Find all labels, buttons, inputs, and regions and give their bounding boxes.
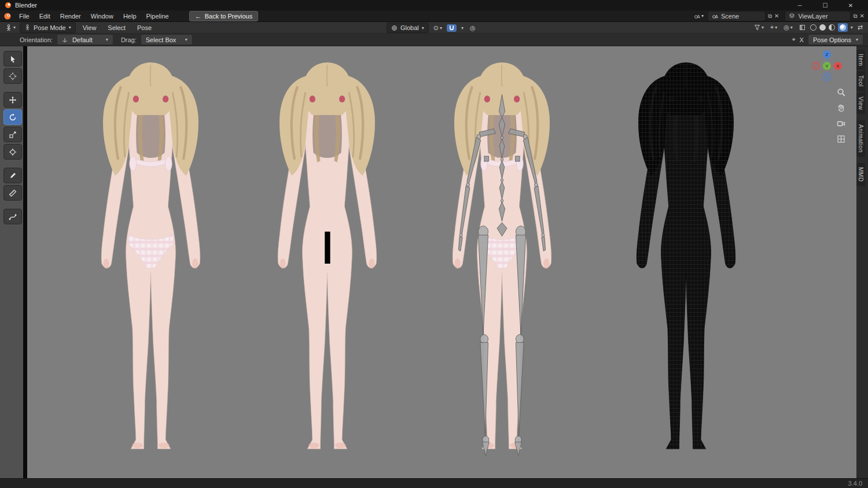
scale-icon (9, 131, 17, 139)
transform-orientation-selector[interactable]: Global ▾ (387, 23, 429, 33)
gizmos-dropdown[interactable]: ⌖ ▾ (768, 23, 779, 32)
menu-edit[interactable]: Edit (35, 12, 55, 21)
tool-tweak-select[interactable] (3, 51, 22, 66)
sidebar-tabs: Item Tool View Animation MMD (856, 50, 868, 186)
editor-type-selector[interactable]: ▾ (3, 24, 17, 32)
shading-wireframe-button[interactable] (810, 24, 816, 31)
viewport-display-controls: ▾ ⌖ ▾ ◎ ▾ ▾ ⇄ (752, 23, 865, 32)
close-button[interactable]: ✕ (838, 2, 863, 9)
viewlayer-selector[interactable]: ViewLayer (785, 11, 851, 21)
keymap-x-label: X (800, 36, 804, 43)
overlays-icon: ◎ (784, 24, 789, 31)
chevron-down-icon: ▾ (762, 25, 764, 30)
tool-move[interactable] (3, 92, 22, 108)
chevron-down-icon: ▾ (13, 25, 16, 30)
character-model-wireframe[interactable] (627, 62, 745, 463)
axes-icon (62, 37, 68, 43)
menu-pose[interactable]: Pose (133, 23, 156, 32)
zoom-button[interactable] (836, 87, 846, 97)
mode-label: Pose Mode (34, 24, 66, 31)
chevron-down-icon: ▾ (440, 25, 442, 31)
menu-window[interactable]: Window (86, 12, 118, 21)
tool-pose-breakdowner[interactable] (3, 209, 22, 224)
tool-measure[interactable] (3, 185, 22, 201)
pivot-point-selector[interactable]: ⊙ ▾ (432, 24, 444, 32)
tool-rotate[interactable] (3, 109, 22, 125)
pose-options-label: Pose Options (813, 36, 851, 43)
global-orientation-icon (391, 25, 398, 31)
menu-pipeline[interactable]: Pipeline (142, 12, 174, 21)
snap-toggle[interactable] (447, 24, 457, 32)
menu-render[interactable]: Render (56, 12, 86, 21)
viewport-nav-buttons (836, 87, 846, 144)
camera-icon (837, 119, 845, 128)
snap-settings-dropdown[interactable]: ▾ (459, 25, 465, 31)
pan-button[interactable] (836, 102, 846, 113)
3d-cursor-icon (9, 72, 17, 80)
menu-select[interactable]: Select (103, 23, 130, 32)
overlays-dropdown[interactable]: ◎ ▾ (782, 23, 795, 32)
maximize-button[interactable]: ☐ (812, 2, 838, 9)
axis-x-label: X (836, 64, 840, 69)
shading-rendered-button[interactable] (840, 24, 846, 31)
character-model-textured[interactable] (91, 62, 210, 463)
navigation-gizmo[interactable]: Z Y X (810, 49, 844, 83)
transform-icon (9, 148, 17, 156)
viewport-header: ▾ Pose Mode ▾ View Select Pose Global ▾ … (0, 22, 868, 34)
tab-animation[interactable]: Animation (856, 120, 865, 157)
mode-selector[interactable]: Pose Mode ▾ (20, 23, 76, 33)
tool-column (3, 51, 22, 224)
orientation-value: Default (72, 36, 93, 43)
drag-mode-dropdown[interactable]: Select Box ▾ (141, 34, 193, 45)
menu-view[interactable]: View (78, 23, 101, 32)
viewport-3d[interactable]: Z Y X (0, 46, 868, 478)
axis-z-negative[interactable] (823, 73, 831, 81)
status-bar: 3.4.0 (0, 478, 868, 488)
minimize-button[interactable]: ─ (787, 2, 812, 9)
camera-view-button[interactable] (836, 118, 846, 128)
swap-arrows-icon[interactable]: ⇄ (856, 23, 865, 32)
new-scene-button[interactable]: ⧉ (768, 13, 772, 19)
ortho-toggle-button[interactable] (836, 134, 846, 144)
new-viewlayer-button[interactable]: ⧉ (853, 13, 857, 19)
orientation-default-dropdown[interactable]: Default ▾ (57, 34, 113, 45)
scene-name: Scene (721, 13, 739, 20)
browse-scene-button[interactable]: ▾ (692, 12, 705, 20)
chevron-down-icon: ▾ (790, 25, 793, 30)
shading-options-dropdown[interactable]: ▾ (851, 25, 853, 30)
menu-help[interactable]: Help (119, 12, 141, 21)
gizmo-icon: ⌖ (770, 24, 774, 31)
shading-material-button[interactable] (829, 24, 835, 31)
proportional-editing-toggle[interactable]: ◎ (468, 24, 477, 32)
tab-mmd[interactable]: MMD (856, 163, 865, 186)
character-model-armature[interactable] (443, 62, 561, 463)
hand-icon (837, 103, 845, 112)
selectability-filter-dropdown[interactable]: ▾ (752, 24, 766, 31)
tab-item[interactable]: Item (856, 50, 865, 70)
xray-toggle[interactable] (797, 24, 807, 31)
version-label: 3.4.0 (848, 480, 862, 487)
remove-viewlayer-button[interactable]: ✕ (860, 13, 865, 19)
back-to-previous-button[interactable]: ← Back to Previous (189, 11, 259, 21)
character-model-body[interactable] (268, 62, 387, 463)
keymap-icon: ⌖ (792, 36, 795, 43)
tab-tool[interactable]: Tool (856, 71, 865, 91)
scene-selector[interactable]: Scene (708, 11, 766, 21)
axis-x-negative[interactable] (812, 62, 820, 70)
tool-transform[interactable] (3, 144, 22, 160)
unlink-scene-button[interactable]: ✕ (774, 13, 779, 19)
tool-annotate[interactable] (3, 168, 22, 183)
shading-solid-button[interactable] (819, 24, 826, 31)
tab-view[interactable]: View (856, 93, 865, 114)
editor-3dview-icon (5, 24, 12, 31)
tool-scale[interactable] (3, 127, 22, 142)
transform-controls: Global ▾ ⊙ ▾ ▾ ◎ (387, 22, 477, 34)
tool-cursor[interactable] (3, 68, 22, 84)
pose-options-dropdown[interactable]: Pose Options ▾ (808, 34, 863, 45)
orientation-label: Global (400, 24, 419, 31)
measure-ruler-icon (9, 189, 17, 197)
back-arrow-icon: ← (195, 13, 201, 20)
region-divider[interactable] (23, 46, 27, 478)
menu-file[interactable]: File (14, 12, 34, 21)
annotate-pen-icon (9, 172, 17, 180)
